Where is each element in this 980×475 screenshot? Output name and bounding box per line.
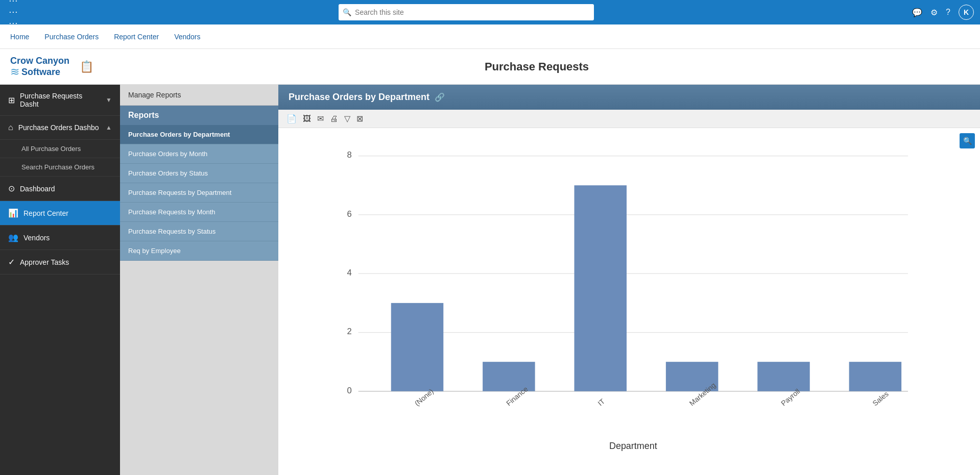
- reports-header: Reports: [120, 106, 278, 125]
- report-item-pr-month[interactable]: Purchase Requests by Month: [120, 203, 278, 222]
- grid-icon: ⊞: [8, 95, 15, 105]
- user-avatar[interactable]: K: [959, 5, 974, 20]
- logo-text-crow: Crow Canyon: [10, 56, 69, 67]
- left-sidebar: ⊞ Purchase Requests Dasht ▼ ⌂ Purchase O…: [0, 85, 120, 475]
- sidebar-label-dashboard: Dashboard: [20, 185, 112, 193]
- help-icon[interactable]: ?: [946, 8, 950, 17]
- svg-rect-10: [391, 303, 444, 391]
- sidebar-sub-all-purchase-orders[interactable]: All Purchase Orders: [0, 140, 120, 158]
- nav-home[interactable]: Home: [10, 33, 29, 41]
- zoom-icon[interactable]: 🔍: [960, 133, 975, 148]
- logo-text-software: Software: [21, 67, 60, 78]
- chevron-up-icon: ▲: [106, 124, 112, 131]
- top-bar-actions: 💬 ⚙ ? K: [912, 5, 974, 20]
- svg-rect-15: [849, 362, 902, 391]
- reports-panel: Manage Reports Reports Purchase Orders b…: [120, 85, 278, 475]
- svg-text:2: 2: [347, 327, 352, 336]
- sidebar-item-purchase-orders-dash[interactable]: ⌂ Purchase Orders Dashbo ▲: [0, 116, 120, 140]
- chart-header: Purchase Orders by Department 🔗: [278, 85, 980, 110]
- sidebar-label-purchase-requests: Purchase Requests Dasht: [20, 92, 101, 108]
- home-icon: ⌂: [8, 123, 13, 132]
- logo-app-icon[interactable]: 📋: [80, 60, 93, 73]
- sidebar-sub-search-purchase-orders[interactable]: Search Purchase Orders: [0, 158, 120, 177]
- manage-reports-button[interactable]: Manage Reports: [120, 85, 278, 106]
- dashboard-icon: ⊙: [8, 184, 15, 193]
- report-icon: 📊: [8, 208, 18, 218]
- chat-icon[interactable]: 💬: [912, 8, 922, 17]
- page-title: Purchase Requests: [104, 60, 970, 73]
- link-icon[interactable]: 🔗: [435, 92, 445, 102]
- manage-reports-label: Manage Reports: [128, 91, 181, 99]
- pdf-export-icon[interactable]: 📄: [286, 114, 297, 123]
- report-item-po-status[interactable]: Purchase Orders by Status: [120, 164, 278, 183]
- svg-text:Department: Department: [609, 441, 657, 451]
- bar-chart: 8 6 4 2 0: [289, 138, 965, 452]
- settings-icon[interactable]: ⚙: [930, 8, 938, 17]
- sidebar-item-vendors[interactable]: 👥 Vendors: [0, 226, 120, 250]
- sidebar-label-purchase-orders: Purchase Orders Dashbo: [18, 123, 101, 132]
- email-icon[interactable]: ✉: [317, 114, 324, 123]
- svg-rect-11: [483, 362, 535, 391]
- report-item-pr-status[interactable]: Purchase Requests by Status: [120, 222, 278, 241]
- sidebar-label-approver-tasks: Approver Tasks: [20, 258, 112, 266]
- svg-rect-14: [757, 362, 810, 391]
- main-layout: ⊞ Purchase Requests Dasht ▼ ⌂ Purchase O…: [0, 85, 980, 475]
- chart-title: Purchase Orders by Department: [289, 92, 429, 103]
- svg-text:8: 8: [347, 150, 352, 160]
- chart-area: Purchase Orders by Department 🔗 📄 🖼 ✉ 🖨 …: [278, 85, 980, 475]
- logo-bar: Crow Canyon ≋ Software 📋 Purchase Reques…: [0, 49, 980, 85]
- breadcrumb-nav: Home Purchase Orders Report Center Vendo…: [0, 24, 980, 49]
- nav-vendors[interactable]: Vendors: [174, 33, 200, 41]
- svg-text:6: 6: [347, 209, 352, 219]
- sidebar-item-dashboard[interactable]: ⊙ Dashboard: [0, 177, 120, 201]
- report-item-req-employee[interactable]: Req by Employee: [120, 241, 278, 261]
- filter-icon[interactable]: ▽: [344, 114, 350, 123]
- chart-container: 🔍 8 6 4 2 0: [278, 128, 980, 462]
- chevron-down-icon: ▼: [106, 96, 112, 104]
- chart-toolbar: 📄 🖼 ✉ 🖨 ▽ ⊠: [278, 110, 980, 128]
- sidebar-item-approver-tasks[interactable]: ✓ Approver Tasks: [0, 250, 120, 274]
- nav-report-center[interactable]: Report Center: [114, 33, 159, 41]
- svg-text:Sales: Sales: [871, 390, 890, 408]
- app-grid-icon[interactable]: ⋅⋅⋅⋅⋅⋅⋅⋅⋅: [6, 5, 20, 19]
- image-export-icon[interactable]: 🖼: [303, 114, 311, 123]
- svg-rect-12: [575, 185, 627, 391]
- vendors-icon: 👥: [8, 233, 18, 242]
- top-navigation-bar: ⋅⋅⋅⋅⋅⋅⋅⋅⋅ 🔍 💬 ⚙ ? K: [0, 0, 980, 24]
- tasks-icon: ✓: [8, 257, 15, 267]
- search-bar-container: 🔍: [26, 4, 907, 20]
- report-item-pr-department[interactable]: Purchase Requests by Department: [120, 183, 278, 203]
- print-icon[interactable]: 🖨: [330, 114, 338, 123]
- sidebar-label-report-center: Report Center: [23, 209, 112, 217]
- svg-text:4: 4: [347, 268, 352, 278]
- search-icon: 🔍: [343, 8, 351, 16]
- logo-waves-icon: ≋: [10, 66, 19, 78]
- svg-text:IT: IT: [596, 397, 606, 408]
- report-item-po-department[interactable]: Purchase Orders by Department: [120, 125, 278, 144]
- search-input[interactable]: [339, 4, 594, 20]
- svg-text:0: 0: [347, 386, 352, 395]
- report-item-po-month[interactable]: Purchase Orders by Month: [120, 144, 278, 164]
- sidebar-item-purchase-requests-dash[interactable]: ⊞ Purchase Requests Dasht ▼: [0, 85, 120, 116]
- nav-purchase-orders[interactable]: Purchase Orders: [44, 33, 99, 41]
- sidebar-item-report-center[interactable]: 📊 Report Center: [0, 201, 120, 226]
- sidebar-label-vendors: Vendors: [23, 234, 112, 242]
- filter-clear-icon[interactable]: ⊠: [356, 114, 363, 123]
